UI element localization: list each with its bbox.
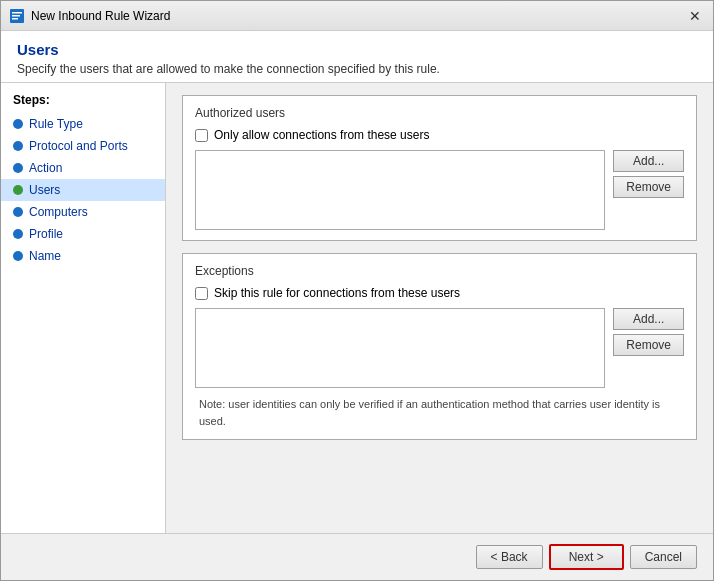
content-area: Steps: Rule Type Protocol and Ports Acti… bbox=[1, 83, 713, 533]
footer: < Back Next > Cancel bbox=[1, 533, 713, 580]
window-icon bbox=[9, 8, 25, 24]
exceptions-label: Exceptions bbox=[195, 264, 684, 278]
sidebar-item-label: Profile bbox=[29, 227, 63, 241]
authorized-users-checkbox-row: Only allow connections from these users bbox=[195, 128, 684, 142]
sidebar-item-action[interactable]: Action bbox=[1, 157, 165, 179]
authorized-users-add-button[interactable]: Add... bbox=[613, 150, 684, 172]
exceptions-checkbox[interactable] bbox=[195, 287, 208, 300]
main-content: Authorized users Only allow connections … bbox=[166, 83, 713, 533]
page-header: Users Specify the users that are allowed… bbox=[1, 31, 713, 83]
authorized-users-list-area: Add... Remove bbox=[195, 150, 684, 230]
dot-active-icon bbox=[13, 185, 23, 195]
sidebar-item-label: Users bbox=[29, 183, 60, 197]
exceptions-checkbox-label: Skip this rule for connections from thes… bbox=[214, 286, 460, 300]
sidebar-item-label: Computers bbox=[29, 205, 88, 219]
sidebar-item-name[interactable]: Name bbox=[1, 245, 165, 267]
back-button[interactable]: < Back bbox=[476, 545, 543, 569]
authorized-users-buttons: Add... Remove bbox=[613, 150, 684, 230]
title-bar-text: New Inbound Rule Wizard bbox=[31, 9, 685, 23]
svg-rect-3 bbox=[12, 18, 18, 20]
exceptions-remove-button[interactable]: Remove bbox=[613, 334, 684, 356]
authorized-users-checkbox[interactable] bbox=[195, 129, 208, 142]
note-text: Note: user identities can only be verifi… bbox=[195, 396, 684, 429]
sidebar-item-profile[interactable]: Profile bbox=[1, 223, 165, 245]
exceptions-list-area: Add... Remove bbox=[195, 308, 684, 388]
sidebar-item-label: Name bbox=[29, 249, 61, 263]
sidebar: Steps: Rule Type Protocol and Ports Acti… bbox=[1, 83, 166, 533]
dot-icon bbox=[13, 229, 23, 239]
dot-icon bbox=[13, 163, 23, 173]
sidebar-item-users[interactable]: Users bbox=[1, 179, 165, 201]
exceptions-buttons: Add... Remove bbox=[613, 308, 684, 388]
page-title: Users bbox=[17, 41, 697, 58]
svg-rect-2 bbox=[12, 15, 20, 17]
authorized-users-section: Authorized users Only allow connections … bbox=[182, 95, 697, 241]
dot-icon bbox=[13, 119, 23, 129]
exceptions-checkbox-row: Skip this rule for connections from thes… bbox=[195, 286, 684, 300]
dot-icon bbox=[13, 251, 23, 261]
authorized-users-label: Authorized users bbox=[195, 106, 684, 120]
exceptions-list[interactable] bbox=[195, 308, 605, 388]
next-button[interactable]: Next > bbox=[549, 544, 624, 570]
sidebar-item-label: Rule Type bbox=[29, 117, 83, 131]
cancel-button[interactable]: Cancel bbox=[630, 545, 697, 569]
authorized-users-checkbox-label: Only allow connections from these users bbox=[214, 128, 429, 142]
page-subtitle: Specify the users that are allowed to ma… bbox=[17, 62, 697, 76]
exceptions-add-button[interactable]: Add... bbox=[613, 308, 684, 330]
authorized-users-remove-button[interactable]: Remove bbox=[613, 176, 684, 198]
sidebar-item-protocol-ports[interactable]: Protocol and Ports bbox=[1, 135, 165, 157]
dot-icon bbox=[13, 141, 23, 151]
window: New Inbound Rule Wizard ✕ Users Specify … bbox=[0, 0, 714, 581]
sidebar-steps-label: Steps: bbox=[1, 93, 165, 113]
authorized-users-list[interactable] bbox=[195, 150, 605, 230]
sidebar-item-label: Protocol and Ports bbox=[29, 139, 128, 153]
dot-icon bbox=[13, 207, 23, 217]
exceptions-section: Exceptions Skip this rule for connection… bbox=[182, 253, 697, 440]
sidebar-item-label: Action bbox=[29, 161, 62, 175]
sidebar-item-rule-type[interactable]: Rule Type bbox=[1, 113, 165, 135]
svg-rect-1 bbox=[12, 12, 22, 14]
sidebar-item-computers[interactable]: Computers bbox=[1, 201, 165, 223]
close-button[interactable]: ✕ bbox=[685, 6, 705, 26]
title-bar: New Inbound Rule Wizard ✕ bbox=[1, 1, 713, 31]
